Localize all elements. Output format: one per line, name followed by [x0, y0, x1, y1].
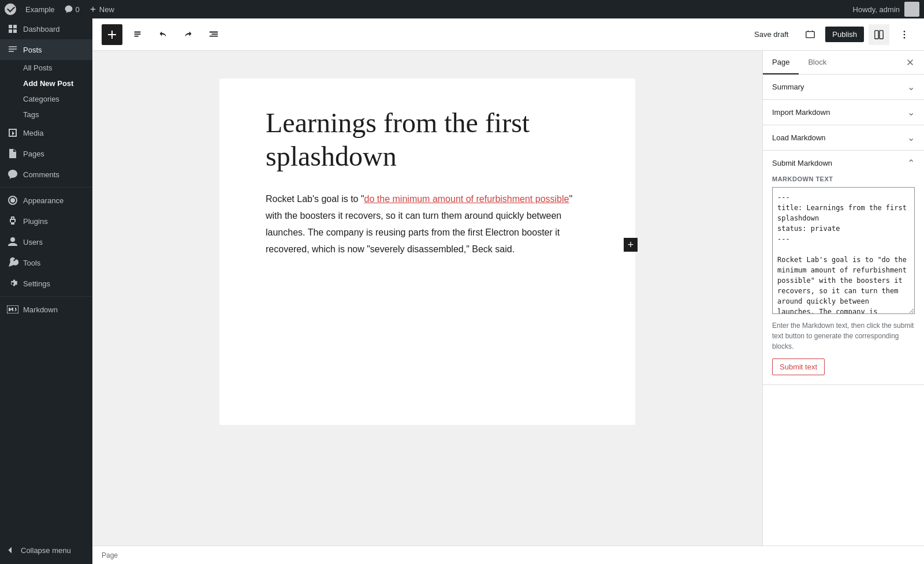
- collapse-menu-label: Collapse menu: [21, 546, 71, 555]
- dashboard-icon: [7, 23, 18, 35]
- editor-wrapper: Save draft Publish Learnings from the fi…: [92, 18, 924, 564]
- chevron-down-icon: ⌄: [907, 81, 915, 92]
- accordion-import-markdown-header[interactable]: Import Markdown ⌄: [763, 100, 924, 125]
- sidebar-media-label: Media: [23, 129, 43, 137]
- right-panel: Page Block Summary ⌄: [762, 51, 924, 546]
- accordion-summary-header[interactable]: Summary ⌄: [763, 74, 924, 99]
- accordion-submit-markdown: Submit Markdown ⌃ MARKDOWN TEXT Enter th…: [763, 151, 924, 385]
- markdown-icon: [7, 304, 18, 315]
- sidebar-dashboard-label: Dashboard: [23, 25, 60, 33]
- comments-icon: [7, 169, 18, 180]
- sidebar-item-posts[interactable]: Posts: [0, 39, 92, 60]
- accordion-summary-label: Summary: [772, 83, 804, 91]
- svg-point-5: [904, 33, 906, 35]
- posts-icon: [7, 44, 18, 55]
- sidebar-item-appearance[interactable]: Appearance: [0, 190, 92, 211]
- post-title[interactable]: Learnings from the first splashdown: [266, 106, 589, 173]
- panel-tabs: Page Block: [763, 51, 924, 74]
- undo-button[interactable]: [152, 24, 173, 45]
- accordion-load-markdown-label: Load Markdown: [772, 133, 826, 142]
- chevron-down-icon-3: ⌄: [907, 132, 915, 143]
- post-paper: Learnings from the first splashdown Rock…: [219, 79, 635, 425]
- paragraph-link[interactable]: do the minimum amount of refurbishment p…: [364, 194, 569, 204]
- sidebar-appearance-label: Appearance: [23, 196, 64, 205]
- tools-icon: [7, 257, 18, 268]
- document-overview-button[interactable]: [203, 24, 224, 45]
- admin-bar: Example 0 New Howdy, admin: [0, 0, 924, 18]
- adminbar-avatar: [904, 2, 919, 17]
- accordion-summary: Summary ⌄: [763, 74, 924, 100]
- sidebar-plugins-label: Plugins: [23, 217, 48, 226]
- editor-toolbar: Save draft Publish: [92, 18, 924, 51]
- editor-body: Learnings from the first splashdown Rock…: [92, 51, 924, 546]
- accordion-submit-markdown-header[interactable]: Submit Markdown ⌃: [763, 151, 924, 175]
- adminbar-new[interactable]: New: [89, 5, 114, 14]
- svg-point-6: [904, 37, 906, 39]
- status-page-label: Page: [102, 551, 118, 559]
- markdown-textarea[interactable]: [772, 187, 915, 314]
- sidebar-categories[interactable]: Categories: [0, 91, 92, 107]
- tab-block[interactable]: Block: [799, 51, 836, 74]
- adminbar-site-name[interactable]: Example: [25, 5, 55, 14]
- accordion-import-markdown: Import Markdown ⌄: [763, 100, 924, 125]
- sidebar-posts-submenu: All Posts Add New Post Categories Tags: [0, 60, 92, 122]
- collapse-menu-button[interactable]: Collapse menu: [0, 541, 92, 559]
- sidebar-item-media[interactable]: Media: [0, 122, 92, 143]
- add-block-toolbar-button[interactable]: [102, 24, 122, 45]
- sidebar-add-new-post[interactable]: Add New Post: [0, 76, 92, 91]
- plugins-icon: [7, 215, 18, 227]
- sidebar-item-dashboard[interactable]: Dashboard: [0, 18, 92, 39]
- submit-text-button[interactable]: Submit text: [772, 358, 825, 375]
- sidebar-all-posts[interactable]: All Posts: [0, 60, 92, 76]
- sidebar-comments-label: Comments: [23, 170, 59, 179]
- sidebar-tags[interactable]: Tags: [0, 107, 92, 122]
- sidebar-item-pages[interactable]: Pages: [0, 143, 92, 164]
- settings-panel-toggle[interactable]: [869, 24, 889, 45]
- sidebar-markdown-label: Markdown: [23, 305, 58, 314]
- redo-button[interactable]: [178, 24, 199, 45]
- sidebar-item-settings[interactable]: Settings: [0, 273, 92, 294]
- sidebar-item-users[interactable]: Users: [0, 231, 92, 252]
- accordion-load-markdown: Load Markdown ⌄: [763, 125, 924, 151]
- markdown-text-label: MARKDOWN TEXT: [772, 175, 915, 182]
- svg-rect-3: [875, 30, 878, 38]
- sidebar-item-plugins[interactable]: Plugins: [0, 211, 92, 231]
- post-paragraph[interactable]: Rocket Lab's goal is to "do the minimum …: [266, 191, 589, 257]
- adminbar-howdy[interactable]: Howdy, admin: [853, 5, 900, 14]
- panel-body: Summary ⌄ Import Markdown ⌄: [763, 74, 924, 546]
- more-options-button[interactable]: [894, 24, 915, 45]
- chevron-up-icon: ⌃: [907, 158, 915, 169]
- media-icon: [7, 127, 18, 139]
- sidebar-item-comments[interactable]: Comments: [0, 164, 92, 185]
- add-block-inline-button[interactable]: +: [624, 238, 638, 252]
- wp-logo-icon[interactable]: [5, 3, 16, 15]
- sidebar-posts-label: Posts: [23, 46, 42, 54]
- svg-rect-2: [880, 30, 883, 38]
- adminbar-comments[interactable]: 0: [64, 5, 80, 14]
- preview-button[interactable]: [800, 24, 821, 45]
- post-content-area[interactable]: Learnings from the first splashdown Rock…: [92, 51, 762, 546]
- markdown-hint-text: Enter the Markdown text, then click the …: [772, 320, 915, 352]
- accordion-import-markdown-label: Import Markdown: [772, 108, 830, 117]
- publish-button[interactable]: Publish: [825, 27, 864, 42]
- tools-button[interactable]: [127, 24, 148, 45]
- sidebar-item-markdown[interactable]: Markdown: [0, 299, 92, 320]
- svg-rect-1: [806, 31, 814, 38]
- users-icon: [7, 236, 18, 248]
- appearance-icon: [7, 195, 18, 206]
- pages-icon: [7, 148, 18, 159]
- panel-close-button[interactable]: [901, 53, 919, 72]
- sidebar-settings-label: Settings: [23, 279, 50, 288]
- tab-page[interactable]: Page: [763, 51, 799, 74]
- settings-icon: [7, 278, 18, 289]
- accordion-submit-markdown-label: Submit Markdown: [772, 159, 832, 167]
- sidebar-tools-label: Tools: [23, 259, 40, 267]
- sidebar-item-tools[interactable]: Tools: [0, 252, 92, 273]
- save-draft-button[interactable]: Save draft: [747, 27, 795, 42]
- sidebar: Dashboard Posts All Posts Add New Post C…: [0, 18, 92, 564]
- accordion-load-markdown-header[interactable]: Load Markdown ⌄: [763, 125, 924, 150]
- svg-point-4: [904, 31, 906, 32]
- status-bar: Page: [92, 546, 924, 564]
- submit-markdown-content: MARKDOWN TEXT Enter the Markdown text, t…: [763, 175, 924, 384]
- sidebar-users-label: Users: [23, 238, 43, 246]
